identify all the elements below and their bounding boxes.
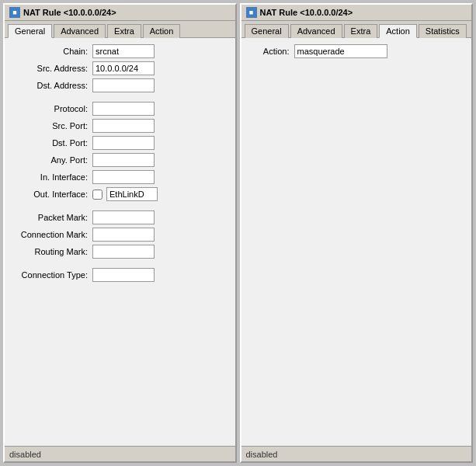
out-interface-input[interactable] <box>106 187 158 201</box>
tab-advanced-2[interactable]: Advanced <box>290 24 342 38</box>
src-address-label: Src. Address: <box>11 64 92 73</box>
chain-row: Chain: <box>11 44 229 58</box>
src-address-row: Src. Address: <box>11 61 229 75</box>
dst-address-row: Dst. Address: <box>11 78 229 92</box>
dst-port-row: Dst. Port: <box>11 136 229 150</box>
action-label: Action: <box>248 47 294 56</box>
connection-mark-row: Connection Mark: <box>11 228 229 242</box>
src-port-row: Src. Port: <box>11 119 229 133</box>
tab-action-1[interactable]: Action <box>143 24 181 38</box>
protocol-label: Protocol: <box>11 104 92 113</box>
src-port-label: Src. Port: <box>11 121 92 130</box>
status-text-1: disabled <box>9 450 41 459</box>
out-interface-label: Out. Interface: <box>11 190 92 199</box>
tab-bar-2: General Advanced Extra Action Statistics <box>241 21 472 38</box>
out-interface-checkbox[interactable] <box>92 190 102 200</box>
packet-mark-input[interactable] <box>92 210 155 224</box>
protocol-input[interactable] <box>92 102 155 116</box>
status-bar-2: disabled <box>241 446 472 461</box>
any-port-label: Any. Port: <box>11 155 92 165</box>
tab-advanced-1[interactable]: Advanced <box>54 24 106 38</box>
chain-label: Chain: <box>11 47 92 56</box>
src-port-input[interactable] <box>92 119 155 133</box>
any-port-row: Any. Port: <box>11 153 229 167</box>
action-row: Action: <box>248 44 466 58</box>
dst-address-input[interactable] <box>92 78 155 92</box>
window-icon-1: ■ <box>9 7 20 18</box>
connection-mark-label: Connection Mark: <box>11 230 92 239</box>
window-title-1: NAT Rule <10.0.0.0/24> <box>23 8 116 17</box>
src-address-input[interactable] <box>92 61 155 75</box>
in-interface-input[interactable] <box>92 170 155 184</box>
tab-general-2[interactable]: General <box>245 24 289 38</box>
packet-mark-label: Packet Mark: <box>11 213 92 222</box>
dst-port-label: Dst. Port: <box>11 138 92 148</box>
window-2: ■ NAT Rule <10.0.0.0/24> General Advance… <box>240 3 474 463</box>
any-port-input[interactable] <box>92 153 155 167</box>
status-bar-1: disabled <box>5 446 235 461</box>
window-icon-2: ■ <box>246 7 257 18</box>
connection-type-label: Connection Type: <box>11 270 92 280</box>
routing-mark-label: Routing Mark: <box>11 247 92 256</box>
tab-statistics-2[interactable]: Statistics <box>419 24 467 38</box>
protocol-row: Protocol: <box>11 102 229 116</box>
dst-port-input[interactable] <box>92 136 155 150</box>
action-input[interactable] <box>294 44 387 58</box>
in-interface-label: In. Interface: <box>11 172 92 182</box>
connection-mark-input[interactable] <box>92 228 155 242</box>
title-bar-1: ■ NAT Rule <10.0.0.0/24> <box>5 5 235 21</box>
window-title-2: NAT Rule <10.0.0.0/24> <box>260 8 353 17</box>
tab-action-2[interactable]: Action <box>379 24 417 38</box>
out-interface-row: Out. Interface: <box>11 187 229 201</box>
title-bar-2: ■ NAT Rule <10.0.0.0/24> <box>241 5 472 21</box>
tab-general-1[interactable]: General <box>8 24 52 38</box>
tab-extra-1[interactable]: Extra <box>107 24 141 38</box>
content-area-1: Chain: Src. Address: Dst. Address: Proto… <box>5 38 235 446</box>
routing-mark-row: Routing Mark: <box>11 245 229 259</box>
content-area-2: Action: <box>241 38 472 446</box>
window-1: ■ NAT Rule <10.0.0.0/24> General Advance… <box>3 3 237 463</box>
status-text-2: disabled <box>246 450 278 459</box>
routing-mark-input[interactable] <box>92 245 155 259</box>
dst-address-label: Dst. Address: <box>11 81 92 90</box>
packet-mark-row: Packet Mark: <box>11 210 229 224</box>
tab-extra-2[interactable]: Extra <box>344 24 378 38</box>
connection-type-input[interactable] <box>92 268 155 282</box>
tab-bar-1: General Advanced Extra Action <box>5 21 235 38</box>
connection-type-row: Connection Type: <box>11 268 229 282</box>
in-interface-row: In. Interface: <box>11 170 229 184</box>
chain-input[interactable] <box>92 44 155 58</box>
